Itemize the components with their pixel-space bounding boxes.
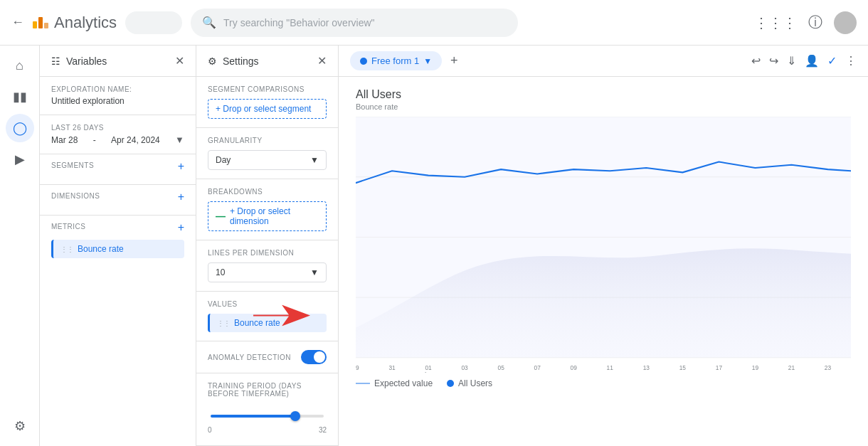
avatar[interactable] (834, 11, 857, 34)
toggle-check-icon: ✓ (317, 353, 322, 361)
back-button[interactable]: ← (11, 15, 24, 30)
svg-text:17: 17 (716, 363, 722, 371)
settings-close[interactable]: ✕ (317, 54, 327, 68)
nav-advertising[interactable]: ▶ (6, 145, 34, 174)
settings-panel: ⚙ Settings ✕ SEGMENT COMPARISONS + Drop … (196, 46, 339, 446)
variables-close[interactable]: ✕ (175, 54, 184, 68)
dimensions-add[interactable]: + (178, 191, 184, 203)
add-dimension-button[interactable]: ― + Drop or select dimension (208, 201, 327, 231)
date-section: Last 26 days Mar 28 - Apr 24, 2024 ▼ (40, 115, 196, 154)
metrics-add[interactable]: + (178, 221, 184, 234)
segments-label: SEGMENTS (51, 161, 94, 169)
legend-users-label: All Users (458, 378, 492, 388)
breakdowns-section: BREAKDOWNS ― + Drop or select dimension (196, 179, 338, 240)
segments-add[interactable]: + (178, 160, 184, 173)
date-range: Mar 28 - Apr 24, 2024 ▼ (51, 134, 184, 145)
value-label: Bounce rate (234, 318, 280, 328)
value-chip-bounce[interactable]: ⋮⋮ Bounce rate (208, 314, 327, 332)
logo-bar-3 (44, 23, 48, 28)
values-label: VALUES (208, 300, 327, 308)
granularity-label: GRANULARITY (208, 137, 327, 144)
chart-tabs: Free form 1 ▼ + ↩ ↪ ⇓ 👤 ✓ ⋮ (339, 46, 868, 77)
settings-title: ⚙ Settings (208, 55, 259, 67)
chart-toolbar: ↩ ↪ ⇓ 👤 ✓ ⋮ (751, 54, 857, 68)
chart-area: Free form 1 ▼ + ↩ ↪ ⇓ 👤 ✓ ⋮ All Users Bo… (339, 46, 868, 446)
nav-explore[interactable]: ◯ (6, 114, 34, 142)
logo-bar-2 (38, 17, 43, 28)
tab-dropdown-arrow[interactable]: ▼ (423, 56, 432, 66)
account-pill[interactable] (125, 11, 182, 34)
more-icon[interactable]: ⋮ (845, 54, 857, 68)
chart-legend: Expected value All Users (356, 373, 851, 397)
lines-dropdown-arrow: ▼ (310, 267, 319, 277)
values-section: VALUES ⋮⋮ Bounce rate (196, 292, 338, 341)
breakdowns-label: BREAKDOWNS (208, 188, 327, 196)
variables-panel: ☷ Variables ✕ EXPLORATION NAME: Untitled… (40, 46, 196, 446)
topbar-right: ⋮⋮⋮ ⓘ (754, 11, 857, 34)
svg-text:09: 09 (571, 363, 577, 371)
granularity-dropdown[interactable]: Day ▼ (208, 150, 327, 170)
metrics-header: METRICS + (51, 221, 184, 234)
exploration-name: Untitled exploration (51, 96, 184, 106)
tab-label: Free form 1 (371, 55, 419, 66)
anomaly-toggle-row: ANOMALY DETECTION ✓ (208, 350, 327, 364)
segment-comparisons-section: SEGMENT COMPARISONS + Drop or select seg… (196, 77, 338, 127)
download-icon[interactable]: ⇓ (787, 54, 796, 68)
chart-content: All Users Bounce rate 0.8 0.6 0.4 0. (339, 77, 868, 446)
dimensions-section: DIMENSIONS + (40, 185, 196, 215)
svg-text:15: 15 (679, 363, 686, 371)
metric-label: Bounce rate (78, 244, 124, 254)
segments-section: SEGMENTS + (40, 154, 196, 184)
training-slider-fill (211, 415, 295, 418)
svg-text:07: 07 (534, 363, 541, 371)
variables-icon: ☷ (51, 55, 60, 67)
svg-text:31: 31 (388, 363, 395, 371)
svg-text:Mar: Mar (356, 371, 361, 373)
share-icon[interactable]: 👤 (805, 54, 819, 68)
training-slider-container: 0 32 (208, 403, 327, 437)
logo: Analytics (33, 14, 117, 32)
settings-header: ⚙ Settings ✕ (196, 46, 338, 77)
svg-text:19: 19 (752, 363, 758, 371)
redo-icon[interactable]: ↪ (769, 54, 778, 68)
active-tab[interactable]: Free form 1 ▼ (350, 51, 442, 70)
dimensions-label: DIMENSIONS (51, 192, 100, 200)
search-bar[interactable]: 🔍 Try searching "Behavior overview" (191, 9, 518, 37)
svg-text:Apr: Apr (424, 371, 433, 373)
metrics-section: METRICS + ⋮⋮ Bounce rate (40, 216, 196, 264)
chart-svg: 0.8 0.6 0.4 0.2 0 (356, 117, 851, 373)
exploration-name-section: EXPLORATION NAME: Untitled exploration (40, 77, 196, 115)
nav-reports[interactable]: ▮▮ (6, 83, 34, 111)
chart-wrapper: 0.8 0.6 0.4 0.2 0 (356, 117, 851, 373)
nav-home[interactable]: ⌂ (6, 51, 34, 80)
apps-icon[interactable]: ⋮⋮⋮ (754, 14, 797, 31)
training-slider-track (211, 415, 324, 418)
check-circle-icon[interactable]: ✓ (827, 54, 837, 68)
date-start: Mar 28 (51, 135, 78, 145)
tab-dot (360, 58, 367, 65)
metrics-label: METRICS (51, 223, 86, 230)
training-slider-thumb[interactable] (290, 411, 300, 421)
sidenav: ⌂ ▮▮ ◯ ▶ ⚙ (0, 46, 40, 446)
date-arrow[interactable]: ▼ (175, 134, 184, 145)
lines-dropdown[interactable]: 10 ▼ (208, 262, 327, 282)
add-segment-button[interactable]: + Drop or select segment (208, 99, 327, 119)
green-dash-icon: ― (216, 211, 226, 222)
settings-icon: ⚙ (208, 55, 217, 67)
undo-icon[interactable]: ↩ (751, 54, 761, 68)
logo-bar-1 (33, 21, 37, 28)
exploration-label: EXPLORATION NAME: (51, 85, 184, 93)
dimensions-header: DIMENSIONS + (51, 191, 184, 203)
anomaly-toggle[interactable]: ✓ (301, 350, 327, 364)
metric-chip-bounce[interactable]: ⋮⋮ Bounce rate (51, 240, 184, 258)
tab-add-button[interactable]: + (450, 53, 458, 68)
legend-expected-line (356, 383, 370, 384)
search-placeholder: Try searching "Behavior overview" (223, 17, 375, 28)
main-layout: ⌂ ▮▮ ◯ ▶ ⚙ ☷ Variables ✕ EXPLORATION NAM… (0, 46, 868, 446)
topbar: ← Analytics 🔍 Try searching "Behavior ov… (0, 0, 868, 46)
help-icon[interactable]: ⓘ (808, 13, 822, 32)
svg-text:21: 21 (788, 363, 795, 371)
segments-header: SEGMENTS + (51, 160, 184, 173)
dropdown-arrow: ▼ (310, 155, 319, 165)
nav-settings[interactable]: ⚙ (6, 412, 34, 440)
